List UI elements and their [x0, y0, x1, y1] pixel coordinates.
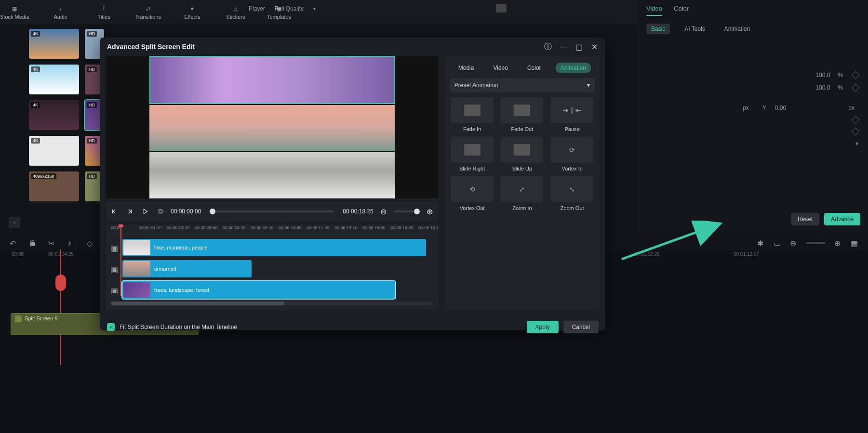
- minimize-icon[interactable]: —: [559, 42, 568, 51]
- fit-duration-checkbox[interactable]: ✓: [107, 323, 115, 331]
- split-preview[interactable]: [106, 56, 438, 198]
- seek-knob[interactable]: [210, 209, 215, 214]
- tag-icon[interactable]: ◇: [87, 239, 94, 247]
- clip-name: unnamed: [154, 266, 176, 272]
- close-icon[interactable]: ✕: [590, 42, 599, 51]
- media-thumb[interactable]: 4K: [29, 136, 79, 166]
- media-thumb[interactable]: 4K: [29, 65, 79, 94]
- maximize-icon[interactable]: ▢: [574, 42, 583, 51]
- cancel-button[interactable]: Cancel: [563, 321, 599, 333]
- svg-marker-2: [144, 209, 147, 213]
- media-thumb[interactable]: 4K: [29, 29, 79, 59]
- keyframe-icon[interactable]: [852, 116, 860, 124]
- dialog-timeline[interactable]: 00:0000:00:01:2000:00:03:1000:00:05:0000…: [106, 224, 438, 310]
- tool-transitions[interactable]: ⇄Transitions: [135, 4, 161, 20]
- animation-preset[interactable]: Fade In: [450, 97, 495, 132]
- help-icon[interactable]: ⓘ: [544, 42, 552, 51]
- inspector-panel: Video Color Basic AI Tools Animation 100…: [637, 0, 868, 231]
- frame-icon[interactable]: ▭: [774, 239, 781, 247]
- inspector-subtabs: Basic AI Tools Animation: [637, 19, 868, 40]
- stop-button[interactable]: [155, 206, 166, 217]
- timeline-clip[interactable]: lake, mountain, people: [122, 239, 426, 256]
- animation-preset[interactable]: Slide Up: [500, 137, 545, 171]
- ruler-tick: 00:00:16:20: [390, 225, 414, 230]
- tool-audio[interactable]: ♪Audio: [49, 4, 73, 20]
- zoom-knob[interactable]: [414, 209, 420, 214]
- player-header: Player Full Quality ▾: [241, 0, 316, 17]
- marker-icon[interactable]: ✱: [757, 239, 765, 247]
- animation-preset[interactable]: ⟳Vortex In: [549, 137, 595, 171]
- zoom-in-icon[interactable]: ⊕: [834, 239, 842, 247]
- subtab-basic[interactable]: Basic: [646, 24, 670, 34]
- scale-value[interactable]: 100.0: [815, 84, 830, 91]
- prev-frame-button[interactable]: [109, 206, 120, 217]
- timeline-clip-selected[interactable]: trees, landscape, forest: [122, 281, 395, 299]
- delete-icon[interactable]: 🗑: [29, 239, 37, 247]
- tool-titles[interactable]: TTitles: [92, 4, 116, 20]
- subtab-animation[interactable]: Animation: [720, 24, 755, 34]
- unit-px: px: [743, 105, 749, 111]
- audio-icon[interactable]: ♪: [67, 239, 75, 247]
- svg-rect-3: [159, 210, 162, 213]
- tool-stock-media[interactable]: ▦Stock Media: [0, 4, 29, 20]
- ruler-tick: 00:00:18:1: [418, 225, 438, 230]
- media-thumb[interactable]: 4K: [29, 100, 79, 130]
- preset-dropdown[interactable]: Preset Animation ▾: [450, 78, 595, 92]
- timeline-scrollbar[interactable]: [111, 302, 433, 305]
- next-frame-button[interactable]: [124, 206, 135, 217]
- dlg-tab-animation[interactable]: Animation: [556, 63, 591, 73]
- animation-preset[interactable]: ⤢Zoom In: [500, 176, 545, 211]
- tab-video[interactable]: Video: [646, 5, 662, 16]
- playhead[interactable]: [60, 249, 61, 365]
- tab-color[interactable]: Color: [674, 5, 689, 16]
- ruler-tick: 00:01:02:26: [634, 251, 660, 257]
- timeline-clip[interactable]: unnamed: [122, 260, 252, 277]
- media-thumb[interactable]: 4096x2160: [29, 171, 79, 201]
- snapshot-button[interactable]: [496, 4, 507, 13]
- layout-icon[interactable]: ▦: [851, 239, 858, 247]
- keyframe-icon[interactable]: [852, 84, 860, 92]
- zoom-slider[interactable]: [806, 242, 826, 244]
- subtab-ai-tools[interactable]: AI Tools: [680, 24, 709, 34]
- zoom-out-icon[interactable]: ⊖: [378, 206, 389, 217]
- animation-label: Pause: [565, 126, 580, 132]
- seek-slider[interactable]: [210, 210, 334, 212]
- keyframe-icon[interactable]: [852, 71, 860, 79]
- zoom-in-icon[interactable]: ⊕: [425, 206, 435, 217]
- animation-preset[interactable]: Slide Right: [450, 137, 495, 171]
- media-library: 4K HD 4K HD 4K HD 4K HD 4096x2160 HD: [29, 29, 106, 201]
- chevron-down-icon[interactable]: ▾: [855, 140, 858, 147]
- dlg-tab-color[interactable]: Color: [522, 63, 546, 73]
- play-button[interactable]: [140, 206, 150, 217]
- preview-slot-3[interactable]: [149, 152, 395, 198]
- animation-thumb: [501, 137, 543, 163]
- page-prev-button[interactable]: ‹: [9, 217, 20, 228]
- zoom-out-icon[interactable]: ⊖: [790, 239, 798, 247]
- preview-slot-1[interactable]: [149, 56, 395, 104]
- chevron-down-icon[interactable]: ▾: [313, 6, 316, 12]
- animation-preset[interactable]: Fade Out: [500, 97, 545, 132]
- dialog-playhead[interactable]: [120, 225, 121, 296]
- animation-preset[interactable]: ⇥ ∥ ⇤Pause: [549, 97, 595, 132]
- player-quality-dropdown[interactable]: Full Quality: [275, 5, 304, 12]
- animation-thumb: ⤢: [501, 176, 543, 202]
- tool-effects[interactable]: ✦Effects: [180, 4, 204, 20]
- reset-button[interactable]: Reset: [791, 213, 819, 225]
- scrollbar-thumb[interactable]: [111, 302, 284, 305]
- dlg-tab-media[interactable]: Media: [454, 63, 479, 73]
- scale-value[interactable]: 100.0: [815, 72, 830, 79]
- cut-icon[interactable]: ✂: [48, 239, 56, 247]
- ruler-tick: 00:00:10:00: [279, 225, 302, 230]
- preview-slot-2[interactable]: [149, 105, 395, 151]
- dialog-ruler[interactable]: 00:0000:00:01:2000:00:03:1000:00:05:0000…: [111, 224, 433, 235]
- zoom-slider[interactable]: [394, 210, 420, 212]
- undo-icon[interactable]: ↶: [10, 239, 17, 247]
- scale-field: 100.0 %: [637, 69, 868, 81]
- animation-preset[interactable]: ⟲Vortex Out: [450, 176, 495, 211]
- advance-button[interactable]: Advance: [824, 213, 860, 225]
- y-value[interactable]: 0.00: [775, 105, 786, 111]
- keyframe-icon[interactable]: [852, 128, 860, 136]
- animation-preset[interactable]: ⤡Zoom Out: [549, 176, 595, 211]
- dlg-tab-video[interactable]: Video: [488, 63, 512, 73]
- apply-button[interactable]: Apply: [527, 321, 559, 333]
